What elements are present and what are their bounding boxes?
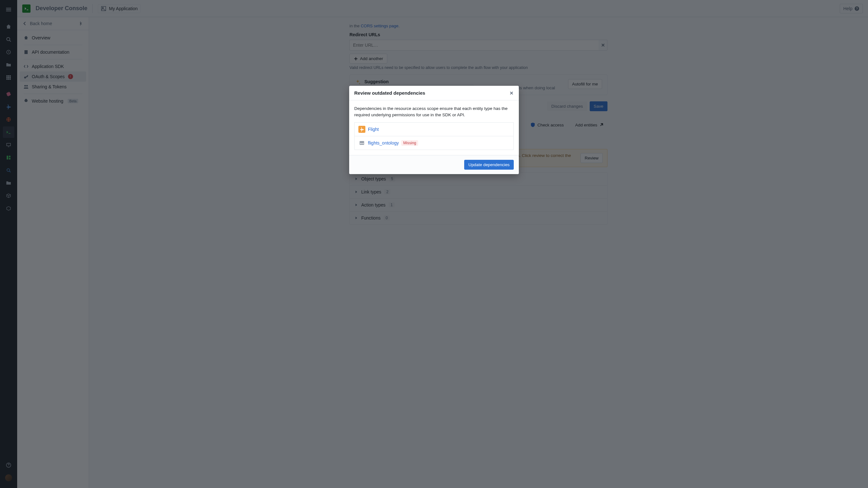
modal-description: Dependencies in the resource access scop… xyxy=(354,105,514,119)
table-icon xyxy=(359,140,365,147)
modal-overlay: Review outdated dependencies Dependencie… xyxy=(0,0,868,488)
update-dependencies-button[interactable]: Update dependencies xyxy=(464,160,514,170)
modal-close-button[interactable] xyxy=(509,91,514,95)
entity-row-flight[interactable]: Flight xyxy=(354,122,514,136)
entity-row-ontology[interactable]: flights_ontology Missing xyxy=(354,136,514,150)
dependencies-modal: Review outdated dependencies Dependencie… xyxy=(349,86,519,174)
plane-icon xyxy=(359,126,365,133)
missing-badge: Missing xyxy=(401,140,418,146)
svg-rect-25 xyxy=(360,142,364,145)
modal-title: Review outdated dependencies xyxy=(354,90,425,96)
